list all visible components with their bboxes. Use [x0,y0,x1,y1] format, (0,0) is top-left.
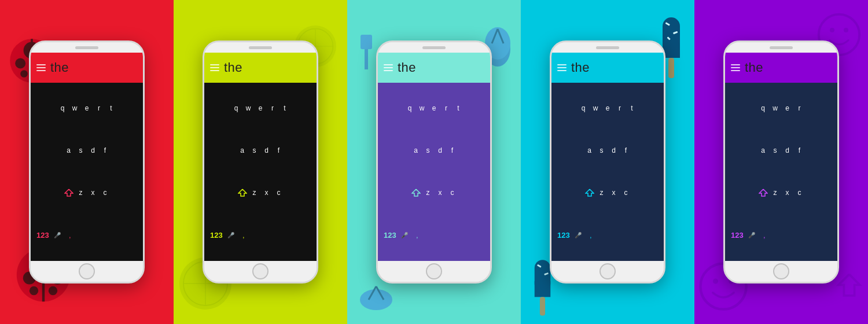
menu-line-cyan-3 [557,70,567,71]
key-row-3: z x c [34,189,139,197]
phone-screen-teal: the q w e r t a s d f [378,53,490,261]
key-mic-red: 🎤 [53,232,62,238]
key-q-lime: q [231,104,241,112]
key-s-teal: s [424,146,433,154]
key-row-purple-1: q w e r [729,104,834,112]
key-z: z [76,189,86,197]
svg-rect-27 [361,35,372,49]
key-row-lime-3: z x c [208,189,313,197]
key-a-lime: a [238,146,247,154]
key-q-purple: q [759,104,768,112]
phone-speaker [75,46,98,49]
svg-rect-37 [535,260,551,292]
menu-icon-teal [384,64,393,71]
key-a-teal: a [411,146,421,154]
key-z-lime: z [250,189,259,197]
key-d: d [89,146,98,154]
key-d-purple: d [783,146,792,154]
key-c-cyan: c [621,189,631,197]
key-mic-cyan: 🎤 [573,232,583,238]
svg-point-46 [713,279,718,284]
key-123-red: 123 [36,231,49,240]
key-t: t [106,104,116,112]
key-e: e [82,104,91,112]
phone-speaker-purple [770,46,793,49]
key-c-purple: c [795,189,804,197]
menu-line-cyan-2 [557,67,567,68]
key-row-2: a s d f [34,146,139,154]
key-row-cyan-4: 123 🎤 , [555,231,660,240]
key-z-teal: z [424,189,433,197]
key-w-lime: w [244,104,253,112]
the-word-cyan: the [571,60,590,75]
phone-teal: the q w e r t a s d f [376,41,492,284]
menu-line-cyan-1 [557,64,567,65]
phone-speaker-teal [422,46,446,49]
key-x: x [89,189,98,197]
key-r: r [94,104,104,112]
key-comma-cyan: , [586,231,595,240]
key-row-purple-3: z x c [729,189,834,197]
phone-bottom-cyan [551,261,664,282]
phone-top-bar-lime [204,42,317,53]
key-r-lime: r [268,104,277,112]
menu-line-2 [36,67,46,68]
key-t-teal: t [454,104,463,112]
the-word-purple: the [745,60,763,75]
keyboard-topbar-lime: the [204,53,317,83]
phone-bottom-teal [378,261,490,282]
key-r-cyan: r [615,104,624,112]
phone-top-bar-purple [725,42,837,53]
key-q-teal: q [405,104,414,112]
key-d-lime: d [262,146,271,154]
svg-rect-31 [663,17,680,52]
keyboard-topbar-red: the [31,53,143,83]
key-d-cyan: d [609,146,619,154]
key-row-lime-4: 123 🎤 , [208,231,313,240]
shift-icon-purple [759,189,768,197]
key-d-teal: d [436,146,445,154]
key-f-lime: f [274,146,284,154]
menu-icon [36,64,46,71]
key-mic-purple: 🎤 [747,232,756,238]
key-123-purple: 123 [731,231,744,240]
home-button-purple [773,263,789,279]
key-e-lime: e [256,104,265,112]
key-x-purple: x [783,189,792,197]
phone-purple: the q w e r a s d f [723,41,839,284]
menu-line-teal-2 [384,67,393,68]
phone-red: the q w e r t a s d f [29,41,145,284]
key-f-teal: f [448,146,457,154]
key-s-cyan: s [597,146,606,154]
key-row-teal-2: a s d f [381,146,487,154]
key-comma-teal: , [413,231,422,240]
menu-line-lime-2 [210,67,219,68]
key-w-purple: w [771,104,780,112]
svg-point-44 [844,28,848,32]
key-mic-lime: 🎤 [226,232,236,238]
key-w-cyan: w [591,104,600,112]
phone-bottom-lime [204,261,317,282]
key-x-cyan: x [609,189,619,197]
svg-rect-34 [665,22,670,26]
key-row-teal-1: q w e r t [381,104,487,112]
phone-screen-purple: the q w e r a s d f [725,53,837,261]
key-x-teal: x [436,189,445,197]
the-word-lime: the [224,60,242,75]
svg-line-29 [369,286,376,300]
menu-line-purple-1 [731,64,740,65]
phone-cyan: the q w e r t a s d f [550,41,665,284]
phone-speaker-cyan [596,46,619,49]
key-row-cyan-1: q w e r t [555,104,660,112]
key-e-purple: e [783,104,792,112]
key-row-4: 123 🎤 , [34,231,139,240]
phone-bottom-red [31,261,143,282]
shift-icon-cyan [585,189,594,197]
key-s-lime: s [250,146,259,154]
key-row-cyan-2: a s d f [555,146,660,154]
svg-rect-40 [537,264,542,268]
key-w-teal: w [417,104,426,112]
svg-rect-26 [365,46,368,69]
key-f-cyan: f [621,146,631,154]
svg-point-28 [360,289,392,310]
